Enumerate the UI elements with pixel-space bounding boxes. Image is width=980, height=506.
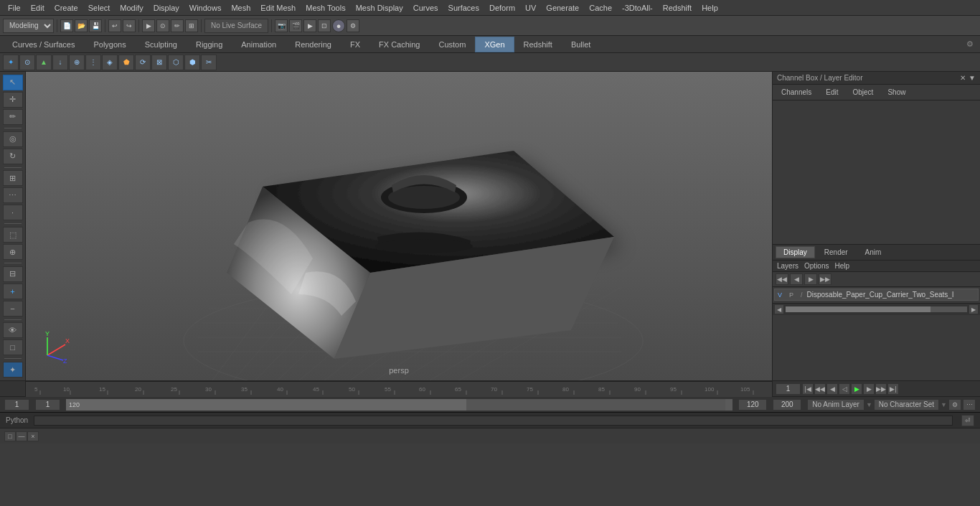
menu-generate[interactable]: Generate — [541, 2, 584, 14]
cb-tab-channels[interactable]: Channels — [776, 87, 817, 98]
tab-rigging[interactable]: Rigging — [187, 37, 232, 52]
layer-prev-btn[interactable]: ◀◀ — [776, 273, 788, 285]
cb-tab-show[interactable]: Show — [882, 87, 911, 98]
paint-select-btn[interactable]: ✏ — [3, 109, 23, 125]
snap-grid-btn[interactable]: ⊞ — [3, 170, 23, 186]
tab-curves-surfaces[interactable]: Curves / Surfaces — [3, 37, 84, 52]
camera-btn-lt[interactable]: □ — [3, 339, 23, 355]
menu-display[interactable]: Display — [149, 2, 184, 14]
xgen-icon-6[interactable]: ⋮ — [85, 55, 101, 70]
layers-options-menu[interactable]: Options — [804, 262, 829, 270]
menu-help[interactable]: Help — [697, 2, 723, 14]
grid-btn[interactable]: ⊟ — [3, 266, 23, 282]
tab-fx-caching[interactable]: FX Caching — [369, 37, 429, 52]
paint-icon[interactable]: ✏ — [171, 19, 184, 32]
menu-surfaces[interactable]: Surfaces — [443, 2, 484, 14]
workspace-selector[interactable]: Modeling — [3, 19, 54, 33]
scroll-right-arrow[interactable]: ▶ — [969, 304, 979, 314]
display-layer-btn[interactable]: ⬚ — [3, 227, 23, 243]
undo-icon[interactable]: ↩ — [108, 19, 121, 32]
prev-frame-btn[interactable]: ◀ — [826, 383, 838, 395]
workflow-settings-icon[interactable]: ⚙ — [963, 37, 977, 52]
new-file-icon[interactable]: 📄 — [60, 19, 73, 32]
no-anim-layer-btn[interactable]: No Anim Layer — [807, 399, 864, 411]
timeline-area[interactable]: 5 10 15 20 25 30 35 40 45 50 55 60 65 — [26, 381, 772, 397]
layers-menu[interactable]: Layers — [777, 262, 798, 270]
menu-uv[interactable]: UV — [520, 2, 541, 14]
open-file-icon[interactable]: 📂 — [75, 19, 88, 32]
tab-custom[interactable]: Custom — [430, 37, 476, 52]
xgen-icon-10[interactable]: ⊠ — [151, 55, 167, 70]
char-set-settings-btn[interactable]: ⚙ — [948, 399, 961, 411]
layer-p-toggle[interactable]: P — [789, 291, 798, 299]
dt-tab-anim[interactable]: Anim — [857, 246, 890, 258]
select-tool-icon[interactable]: ▶ — [142, 19, 155, 32]
menu-windows[interactable]: Windows — [184, 2, 227, 14]
menu-mesh[interactable]: Mesh — [226, 2, 255, 14]
channel-box-collapse-icon[interactable]: ▼ — [969, 74, 976, 82]
menu-deform[interactable]: Deform — [484, 2, 520, 14]
tab-bullet[interactable]: Bullet — [562, 37, 600, 52]
ipr-icon[interactable]: ▶ — [303, 19, 316, 32]
color-picker-icon[interactable]: ● — [332, 19, 345, 32]
xgen-icon-9[interactable]: ⟳ — [135, 55, 151, 70]
redo-icon[interactable]: ↪ — [123, 19, 136, 32]
char-set-options-btn[interactable]: ⋯ — [963, 399, 976, 411]
move-tool-btn[interactable]: ✛ — [3, 92, 23, 108]
next-frame-btn[interactable]: ▶ — [863, 383, 875, 395]
anim-dropdown-icon[interactable]: ▼ — [866, 401, 872, 408]
xgen-icon-5[interactable]: ⊕ — [69, 55, 85, 70]
snap-point-btn[interactable]: · — [3, 205, 23, 220]
layer-prev2-btn[interactable]: ◀ — [790, 273, 803, 285]
scroll-left-arrow[interactable]: ◀ — [774, 304, 784, 314]
menu-mesh-display[interactable]: Mesh Display — [351, 2, 408, 14]
go-start-btn[interactable]: |◀ — [802, 383, 814, 395]
python-input[interactable] — [34, 416, 953, 426]
xgen-icon-11[interactable]: ⬡ — [168, 55, 184, 70]
tab-redshift[interactable]: Redshift — [514, 37, 562, 52]
menu-select[interactable]: Select — [83, 2, 116, 14]
window-minimize-btn[interactable]: □ — [4, 431, 16, 441]
display-type-btn[interactable]: ⊕ — [3, 244, 23, 260]
prev-key-btn[interactable]: ◀◀ — [814, 383, 826, 395]
layers-help-menu[interactable]: Help — [834, 262, 849, 270]
menu-edit-mesh[interactable]: Edit Mesh — [255, 2, 301, 14]
window-restore-btn[interactable]: — — [16, 431, 27, 441]
total-end-input[interactable] — [773, 399, 801, 411]
soft-select-btn[interactable]: ◎ — [3, 131, 23, 147]
menu-file[interactable]: File — [3, 2, 26, 14]
playback-end-input[interactable] — [738, 399, 767, 411]
menu-cache[interactable]: Cache — [584, 2, 617, 14]
menu-create[interactable]: Create — [50, 2, 83, 14]
xgen-icon-2[interactable]: ⊙ — [19, 55, 35, 70]
menu-3dtoll[interactable]: -3DtoAll- — [617, 2, 658, 14]
menu-modify[interactable]: Modify — [115, 2, 148, 14]
rotate-btn[interactable]: ↻ — [3, 149, 23, 164]
xgen-icon-7[interactable]: ◈ — [102, 55, 118, 70]
snap-curve-btn[interactable]: ⋯ — [3, 187, 23, 203]
python-enter-btn[interactable]: ⏎ — [961, 415, 974, 426]
minus-btn[interactable]: − — [3, 301, 23, 317]
snap-icon[interactable]: ⊞ — [185, 19, 198, 32]
play-fwd-btn[interactable]: ▶ — [851, 383, 862, 395]
frame-start-input[interactable] — [4, 399, 29, 411]
timeline-range-bar[interactable]: 120 — [66, 399, 732, 411]
no-character-set-btn[interactable]: No Character Set — [874, 399, 939, 411]
camera-icon[interactable]: 📷 — [275, 19, 288, 32]
dt-tab-display[interactable]: Display — [776, 246, 815, 258]
scroll-track[interactable] — [786, 306, 967, 312]
menu-redshift[interactable]: Redshift — [658, 2, 697, 14]
xgen-icon-1[interactable]: ✦ — [3, 55, 19, 70]
xgen-icon-4[interactable]: ↓ — [52, 55, 68, 70]
add-btn[interactable]: + — [3, 284, 23, 299]
window-close-btn[interactable]: × — [27, 431, 39, 441]
tab-rendering[interactable]: Rendering — [286, 37, 341, 52]
render-icon[interactable]: 🎬 — [289, 19, 302, 32]
tab-polygons[interactable]: Polygons — [84, 37, 135, 52]
tab-xgen[interactable]: XGen — [475, 37, 514, 52]
next-key-btn[interactable]: ▶▶ — [875, 383, 887, 395]
live-surface-button[interactable]: No Live Surface — [204, 19, 268, 33]
xgen-icon-12[interactable]: ⬢ — [184, 55, 200, 70]
char-dropdown-icon[interactable]: ▼ — [941, 401, 947, 408]
channel-box-close-icon[interactable]: ✕ — [960, 74, 966, 82]
